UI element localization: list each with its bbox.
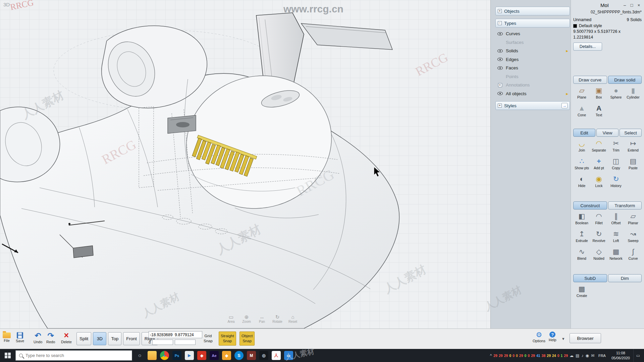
tool-nsided[interactable]: ◇Nsided bbox=[590, 247, 607, 260]
tool-hide[interactable]: ◐Hide bbox=[573, 174, 590, 188]
collapse-chevron-icon[interactable]: ▾ bbox=[562, 336, 565, 341]
tool-sweep[interactable]: ↝Sweep bbox=[625, 229, 642, 243]
tool-plane[interactable]: ▱Plane bbox=[573, 86, 590, 99]
taskbar-app-chrome[interactable]: ● bbox=[160, 351, 169, 360]
collapse-minus-icon[interactable]: − bbox=[498, 21, 502, 25]
area-zoom-control[interactable]: ▭ Area bbox=[225, 314, 237, 323]
xyz-coordinate-input[interactable] bbox=[149, 331, 202, 338]
language-indicator[interactable]: FRA bbox=[598, 354, 606, 358]
tab-edit[interactable]: Edit bbox=[573, 129, 595, 137]
tab-subd[interactable]: SubD bbox=[573, 274, 607, 282]
tab-draw-curve[interactable]: Draw curve bbox=[573, 76, 607, 84]
straight-snap-toggle[interactable]: Straight Snap bbox=[219, 331, 236, 346]
rotate-control[interactable]: ↻ Rotate bbox=[272, 314, 283, 323]
expand-plus-icon[interactable]: + bbox=[497, 83, 503, 87]
tool-separate[interactable]: ◠Separate bbox=[590, 139, 607, 152]
type-row-points[interactable]: Points bbox=[495, 72, 570, 81]
view-split-button[interactable]: Split bbox=[76, 332, 91, 345]
start-button[interactable] bbox=[0, 349, 15, 362]
tool-paste[interactable]: ▤Paste bbox=[625, 157, 642, 170]
taskbar-app-cortana[interactable]: ○ bbox=[135, 351, 144, 360]
taskbar-app-after-effects[interactable]: Ae bbox=[210, 351, 219, 360]
tool-boolean[interactable]: ◧Boolean bbox=[573, 212, 590, 225]
expand-plus-icon[interactable]: + bbox=[498, 104, 502, 108]
minimize-button[interactable]: – bbox=[622, 3, 628, 8]
network-icon[interactable]: ▤ bbox=[576, 353, 579, 358]
tool-extrude[interactable]: ↥Extrude bbox=[573, 229, 590, 243]
tool-box[interactable]: ▣Box bbox=[590, 86, 607, 99]
file-button[interactable]: File bbox=[3, 330, 11, 343]
tab-view[interactable]: View bbox=[596, 129, 619, 137]
tool-network[interactable]: ▦Network bbox=[607, 247, 625, 260]
taskbar-app-skype[interactable]: S bbox=[234, 351, 244, 360]
tool-cone[interactable]: ▲Cone bbox=[573, 104, 590, 117]
redo-button[interactable]: ↷ Redo bbox=[46, 331, 55, 344]
taskbar-app-orange[interactable]: ◆ bbox=[222, 351, 231, 360]
tool-join[interactable]: ◡Join bbox=[573, 139, 590, 152]
tab-transform[interactable]: Transform bbox=[608, 201, 642, 209]
maximize-button[interactable]: □ bbox=[629, 3, 635, 8]
tool-create[interactable]: ▩Create bbox=[573, 284, 590, 298]
tool-text[interactable]: AText bbox=[590, 104, 607, 117]
tool-fillet[interactable]: ◠Fillet bbox=[590, 212, 607, 225]
undo-button[interactable]: ↶ Undo bbox=[34, 331, 42, 344]
close-button[interactable]: × bbox=[636, 3, 642, 8]
type-row-surfaces[interactable]: Surfaces bbox=[495, 38, 570, 47]
object-snap-toggle[interactable]: Object Snap bbox=[239, 331, 255, 346]
tab-construct[interactable]: Construct bbox=[573, 201, 607, 209]
tool-cylinder[interactable]: ▮Cylinder bbox=[625, 86, 642, 99]
taskbar-app-m[interactable]: M bbox=[247, 351, 256, 360]
view-front-button[interactable]: Front bbox=[123, 332, 140, 345]
tool-copy[interactable]: ◫Copy bbox=[607, 157, 625, 170]
expand-plus-icon[interactable]: + bbox=[498, 9, 502, 13]
types-section-header[interactable]: − Types bbox=[495, 19, 570, 27]
type-row-all-objects[interactable]: All objects ▸ bbox=[495, 89, 570, 98]
tool-history[interactable]: ↻History bbox=[607, 174, 625, 188]
delete-button[interactable]: × Delete bbox=[61, 331, 72, 344]
styles-section-header[interactable]: + Styles → bbox=[495, 101, 570, 110]
antivirus-icon[interactable]: ◉ bbox=[585, 353, 589, 358]
tool-add-pt[interactable]: +Add pt bbox=[590, 157, 607, 170]
help-button[interactable]: ? Help bbox=[549, 331, 556, 342]
distance-input[interactable] bbox=[152, 340, 173, 345]
tool-planar[interactable]: ▱Planar bbox=[625, 212, 642, 225]
angle-input[interactable] bbox=[175, 340, 196, 345]
tool-show-pts[interactable]: ∴Show pts bbox=[573, 157, 590, 170]
taskbar-clock[interactable]: 11:08 05/06/2020 bbox=[611, 351, 630, 360]
tool-offset[interactable]: ∥Offset bbox=[607, 212, 625, 225]
taskbar-app-file-explorer[interactable] bbox=[148, 351, 157, 360]
details-button[interactable]: Details... bbox=[573, 43, 602, 51]
styles-options-button[interactable]: → bbox=[561, 103, 568, 108]
objects-section-header[interactable]: + Objects bbox=[495, 7, 570, 15]
tool-blend[interactable]: ∿Blend bbox=[573, 247, 590, 260]
selection-arrow-icon[interactable]: ▸ bbox=[566, 48, 568, 53]
visibility-eye-icon[interactable] bbox=[497, 66, 503, 70]
type-row-edges[interactable]: Edges bbox=[495, 55, 570, 64]
taskbar-app-rrcg[interactable]: 人 bbox=[272, 351, 281, 360]
reset-control[interactable]: ⌂ Reset bbox=[287, 314, 299, 323]
view-top-button[interactable]: Top bbox=[108, 332, 121, 345]
selection-arrow-icon[interactable]: ▸ bbox=[566, 91, 568, 96]
hidden-icons-chevron[interactable]: ^ bbox=[490, 353, 492, 358]
tab-select[interactable]: Select bbox=[620, 129, 642, 137]
visibility-eye-icon[interactable] bbox=[497, 92, 503, 95]
3d-viewport[interactable]: 3D ▭ Area ⊕ Zoom ↔ Pan ↻ Rotate ⌂ Reset bbox=[0, 0, 491, 328]
search-input[interactable] bbox=[25, 353, 116, 358]
grid-snap-toggle[interactable]: Grid Snap bbox=[202, 331, 214, 346]
taskbar-app-dark[interactable]: ◍ bbox=[259, 351, 268, 360]
view-3d-button[interactable]: 3D bbox=[93, 332, 106, 345]
tool-trim[interactable]: ✂Trim bbox=[607, 139, 625, 152]
volume-icon[interactable]: ♪ bbox=[581, 353, 583, 358]
taskbar-app-red[interactable]: ◈ bbox=[197, 351, 206, 360]
tab-dim[interactable]: Dim bbox=[608, 274, 642, 282]
tab-draw-solid[interactable]: Draw solid bbox=[608, 76, 642, 84]
taskbar-app-media-viewer[interactable]: ▶ bbox=[185, 351, 194, 360]
action-center-icon[interactable]: ▭ bbox=[633, 349, 643, 362]
zoom-control[interactable]: ⊕ Zoom bbox=[241, 314, 252, 323]
type-row-annotations[interactable]: + Annotations bbox=[495, 81, 570, 89]
visibility-eye-icon[interactable] bbox=[497, 49, 503, 53]
options-button[interactable]: ⚙ Options bbox=[533, 331, 545, 343]
type-row-solids[interactable]: Solids ▸ bbox=[495, 47, 570, 55]
tool-loft[interactable]: ≋Loft bbox=[607, 229, 625, 243]
visibility-eye-icon[interactable] bbox=[497, 58, 503, 61]
